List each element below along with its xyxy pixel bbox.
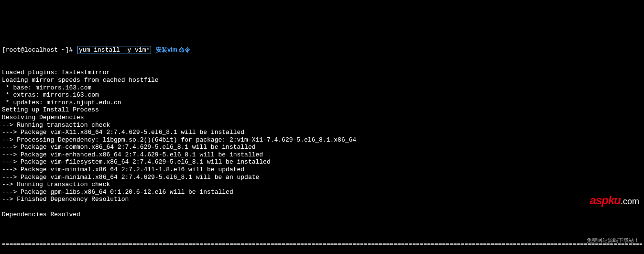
output-line: ---> Package vim-common.x86_64 2:7.4.629… bbox=[2, 144, 642, 151]
watermark-logo-red: aspku bbox=[590, 194, 621, 207]
output-block: Loaded plugins: fastestmirrorLoading mir… bbox=[2, 69, 642, 225]
output-line: ---> Package vim-filesystem.x86_64 2:7.4… bbox=[2, 158, 642, 166]
output-line: ---> Package vim-minimal.x86_64 2:7.4.62… bbox=[2, 174, 642, 181]
output-line: ---> Package vim-enhanced.x86_64 2:7.4.6… bbox=[2, 151, 642, 159]
output-line: * extras: mirrors.163.com bbox=[2, 91, 642, 99]
output-line: * base: mirrors.163.com bbox=[2, 84, 642, 92]
output-line: * updates: mirrors.njupt.edu.cn bbox=[2, 99, 642, 107]
prompt-line: [root@localhost ~]# yum install -y vim* … bbox=[2, 46, 642, 55]
output-line: Setting up Install Process bbox=[2, 106, 642, 114]
command-highlight-box: yum install -y vim* bbox=[77, 46, 151, 55]
watermark-logo-white: .com bbox=[621, 197, 639, 206]
shell-prompt: [root@localhost ~]# bbox=[2, 46, 76, 54]
output-line: Loading mirror speeds from cached hostfi… bbox=[2, 77, 642, 84]
command-text[interactable]: yum install -y vim* bbox=[79, 46, 150, 54]
watermark-logo: aspku.com bbox=[579, 180, 639, 221]
output-line: Loaded plugins: fastestmirror bbox=[2, 69, 642, 77]
watermark: aspku.com 免费网站源码下载站！ bbox=[579, 165, 639, 251]
output-line: --> Finished Dependency Resolution bbox=[2, 196, 642, 203]
output-line: --> Running transaction check bbox=[2, 121, 642, 129]
output-line bbox=[2, 218, 642, 226]
output-line: ---> Package vim-X11.x86_64 2:7.4.629-5.… bbox=[2, 129, 642, 136]
terminal-output: [root@localhost ~]# yum install -y vim* … bbox=[0, 30, 644, 254]
output-line bbox=[2, 203, 642, 211]
output-line: --> Processing Dependency: libgpm.so.2()… bbox=[2, 136, 642, 144]
output-line: ---> Package gpm-libs.x86_64 0:1.20.6-12… bbox=[2, 188, 642, 196]
output-line: ---> Package vim-minimal.x86_64 2:7.2.41… bbox=[2, 166, 642, 174]
output-line: --> Running transaction check bbox=[2, 181, 642, 188]
divider-top: ========================================… bbox=[2, 241, 642, 248]
output-line: Dependencies Resolved bbox=[2, 211, 642, 219]
output-line: Resolving Dependencies bbox=[2, 114, 642, 121]
annotation-label: 安装vim 命令 bbox=[156, 46, 190, 53]
watermark-subtitle: 免费网站源码下载站！ bbox=[579, 237, 639, 243]
